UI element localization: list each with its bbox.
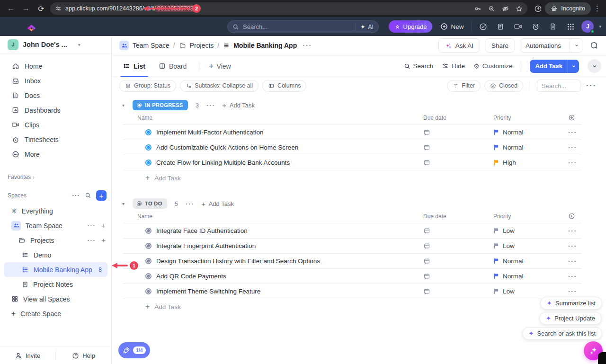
task-status-circle[interactable] — [145, 243, 152, 249]
sidebar-item-more[interactable]: More — [0, 147, 111, 161]
task-row[interactable]: Integrate Fingerprint Authentication Low… — [123, 239, 581, 254]
task-menu-icon[interactable]: ··· — [568, 227, 581, 234]
sidebar-item-project-notes[interactable]: Project Notes — [0, 277, 111, 292]
task-menu-icon[interactable]: ··· — [568, 159, 581, 166]
group-menu-icon[interactable]: ··· — [206, 102, 215, 109]
sidebar-item-everything[interactable]: ✳ Everything — [0, 204, 111, 218]
sidebar-item-projects-folder[interactable]: Projects ···+ — [0, 233, 111, 248]
toolbar-menu-icon[interactable]: ··· — [584, 81, 597, 90]
add-column-icon[interactable] — [568, 213, 581, 220]
column-header-due-date[interactable]: Due date — [423, 115, 493, 121]
task-menu-icon[interactable]: ··· — [568, 129, 581, 136]
subtasks-pill[interactable]: Subtasks: Collapse all — [180, 80, 258, 92]
column-header-due-date[interactable]: Due date — [423, 213, 493, 220]
upgrade-button[interactable]: Upgrade — [389, 20, 433, 33]
tab-list[interactable]: List — [123, 55, 145, 77]
sidebar-item-mobile-banking-app[interactable]: Mobile Banking App 8 — [4, 262, 107, 277]
spaces-search-icon[interactable] — [85, 192, 91, 199]
new-button[interactable]: New — [437, 20, 467, 33]
task-name[interactable]: Integrate Face ID Authentication — [156, 227, 423, 234]
priority-cell[interactable]: Low — [493, 227, 568, 234]
set-due-date-icon[interactable] — [423, 144, 493, 151]
ai-search-toggle[interactable]: ✦ AI — [355, 23, 374, 31]
priority-cell[interactable]: High — [493, 159, 568, 166]
priority-cell[interactable]: Normal — [493, 129, 568, 136]
space-menu-icon[interactable]: ··· — [88, 222, 96, 229]
set-due-date-icon[interactable] — [423, 257, 493, 265]
add-column-icon[interactable] — [568, 114, 581, 121]
task-status-circle[interactable] — [145, 228, 152, 234]
set-due-date-icon[interactable] — [423, 159, 493, 166]
column-header-priority[interactable]: Priority — [493, 115, 568, 121]
group-menu-icon[interactable]: ··· — [186, 200, 195, 207]
eye-off-icon[interactable] — [502, 5, 509, 12]
task-name[interactable]: Add Customizable Quick Actions on Home S… — [156, 144, 423, 151]
task-menu-icon[interactable]: ··· — [568, 242, 581, 249]
favorites-section[interactable]: Favorites › — [0, 174, 111, 180]
spaces-menu-icon[interactable]: ··· — [72, 192, 80, 199]
sidebar-item-clips[interactable]: Clips — [0, 117, 111, 132]
collapse-header-button[interactable] — [588, 59, 601, 73]
breadcrumb-folder[interactable]: Projects — [190, 42, 214, 49]
search-or-ask-button[interactable]: ✦ Search or ask this list — [522, 327, 602, 340]
task-status-circle[interactable] — [145, 144, 152, 151]
group-add-task-button[interactable]: +Add Task — [222, 101, 255, 109]
browser-forward-icon[interactable]: → — [20, 2, 32, 15]
add-space-button[interactable]: + — [96, 190, 107, 201]
task-status-circle[interactable] — [145, 273, 152, 279]
task-name[interactable]: Integrate Fingerprint Authentication — [156, 242, 423, 249]
sidebar-item-timesheets[interactable]: Timesheets — [0, 132, 111, 147]
docs-quick-icon[interactable] — [546, 20, 560, 33]
user-avatar[interactable]: J — [581, 20, 594, 33]
list-search-input[interactable] — [537, 80, 580, 92]
clickup-logo-icon[interactable] — [27, 21, 36, 32]
workspace-switcher[interactable]: J John Doe's ... ▾ — [0, 36, 111, 53]
browser-back-icon[interactable]: ← — [5, 2, 17, 15]
task-row[interactable]: Add QR Code Payments Normal ··· — [123, 269, 581, 284]
task-menu-icon[interactable]: ··· — [568, 144, 581, 151]
filter-pill[interactable]: Filter — [447, 80, 481, 92]
priority-cell[interactable]: Normal — [493, 257, 568, 265]
record-clip-icon[interactable] — [511, 20, 525, 33]
help-button[interactable]: Help — [56, 352, 111, 359]
priority-cell[interactable]: Normal — [493, 144, 568, 151]
sidebar-item-view-all-spaces[interactable]: View all Spaces — [0, 292, 111, 306]
column-header-name[interactable]: Name — [123, 115, 423, 121]
project-update-button[interactable]: ✦ Project Update — [539, 312, 602, 325]
closed-pill[interactable]: Closed — [484, 80, 523, 92]
task-name[interactable]: Design Transaction History with Filter a… — [156, 257, 423, 265]
set-due-date-icon[interactable] — [423, 288, 493, 295]
task-menu-icon[interactable]: ··· — [568, 288, 581, 295]
notepad-icon[interactable] — [494, 20, 507, 33]
columns-pill[interactable]: Columns — [262, 80, 306, 92]
set-due-date-icon[interactable] — [423, 129, 493, 136]
bookmark-star-icon[interactable] — [516, 5, 523, 12]
extension-icon[interactable] — [534, 5, 542, 13]
column-header-name[interactable]: Name — [123, 213, 423, 220]
group-by-pill[interactable]: Group: Status — [119, 80, 176, 92]
sidebar-item-home[interactable]: Home — [0, 59, 111, 73]
tab-board[interactable]: Board — [159, 55, 187, 77]
avatar-chevron-icon[interactable]: ▾ — [599, 24, 601, 29]
space-add-icon[interactable]: + — [101, 222, 106, 230]
task-status-circle[interactable] — [145, 129, 152, 135]
sidebar-item-inbox[interactable]: Inbox — [0, 73, 111, 88]
reminders-icon[interactable] — [529, 20, 542, 33]
task-name[interactable]: Add QR Code Payments — [156, 273, 423, 280]
column-header-priority[interactable]: Priority — [493, 213, 568, 220]
status-pill[interactable]: TO DO — [133, 198, 167, 209]
onboarding-progress-pill[interactable]: 1/4 — [118, 342, 150, 358]
set-due-date-icon[interactable] — [423, 273, 493, 280]
task-row[interactable]: Create Flow for Linking Multiple Bank Ac… — [123, 155, 581, 170]
hide-button[interactable]: Hide — [442, 62, 465, 70]
add-task-row[interactable]: + Add Task — [123, 170, 581, 186]
ask-ai-button[interactable]: Ask AI — [438, 38, 480, 53]
task-row[interactable]: Implement Multi-Factor Authentication No… — [123, 125, 581, 140]
customize-button[interactable]: ⚙ Customize — [473, 62, 512, 70]
set-due-date-icon[interactable] — [423, 227, 493, 234]
site-info-icon[interactable] — [55, 5, 62, 12]
collapse-group-icon[interactable]: ▾ — [122, 103, 129, 108]
task-name[interactable]: Implement Multi-Factor Authentication — [156, 129, 423, 136]
add-task-button[interactable]: Add Task — [530, 60, 579, 73]
task-status-circle[interactable] — [145, 288, 152, 294]
